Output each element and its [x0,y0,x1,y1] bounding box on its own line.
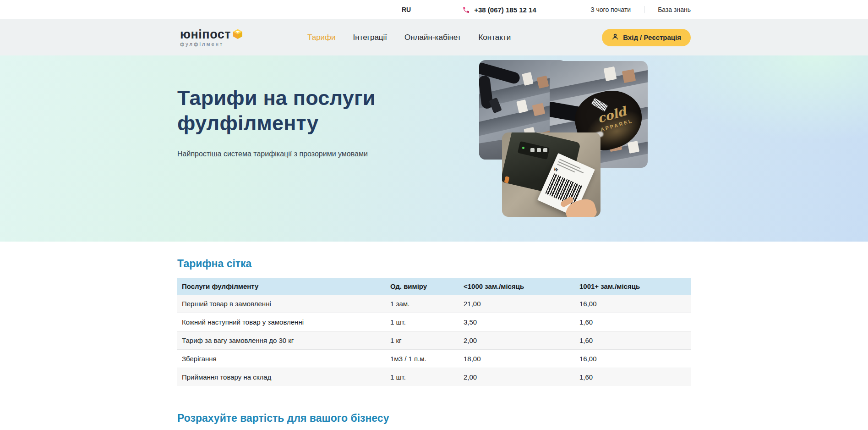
pricing-table: Послуги фулфілментуОд. виміру<1000 зам./… [177,278,691,386]
logo-text: юніпост [180,28,231,41]
table-cell: 21,00 [464,295,579,313]
table-cell: 16,00 [579,350,691,368]
topbar-divider [644,6,644,13]
topbar-link-knowledge-base[interactable]: База знань [658,6,691,13]
login-button[interactable]: Вхід / Реєстрація [602,29,691,46]
logo-tagline: фулфілмент [180,42,243,47]
phone-number: +38 (067) 185 12 14 [474,6,536,14]
table-column-header: <1000 зам./місяць [464,278,579,295]
table-cell: 3,50 [464,313,579,331]
nav-item-1[interactable]: Тарифи [307,33,336,42]
topbar: RU +38 (067) 185 12 14 З чого почати Баз… [0,0,868,19]
table-row: Перший товар в замовленні1 зам.21,0016,0… [177,295,691,313]
table-cell: Кожний наступний товар у замовленні [177,313,390,331]
table-cell: 1,60 [579,368,691,386]
table-cell: 16,00 [579,295,691,313]
nav-item-4[interactable]: Контакти [478,33,511,42]
table-header-row: Послуги фулфілментуОд. виміру<1000 зам./… [177,278,691,295]
table-cell: 18,00 [464,350,579,368]
photo-label-printer: W [502,132,601,217]
nav-item-3[interactable]: Онлайн-кабінет [404,33,461,42]
table-row: Кожний наступний товар у замовленні1 шт.… [177,313,691,331]
section-title-pricing: Тарифна сітка [177,242,691,270]
phone-link[interactable]: +38 (067) 185 12 14 [462,6,536,14]
table-cell: 1 шт. [390,313,464,331]
table-row: Приймання товару на склад1 шт.2,001,60 [177,368,691,386]
table-cell: 1,60 [579,331,691,350]
login-button-label: Вхід / Реєстрація [623,33,681,41]
table-column-header: Од. виміру [390,278,464,295]
table-cell: 1,60 [579,313,691,331]
hero-section: Тарифи на послуги фулфілменту Найпростіш… [0,55,868,242]
section-title-calculator: Розрахуйте вартість для вашого бізнесу [177,412,691,424]
nav-item-2[interactable]: Інтеграції [353,33,388,42]
page: RU +38 (067) 185 12 14 З чого почати Баз… [0,0,868,424]
content-section: Тарифна сітка Послуги фулфілментуОд. вим… [177,242,691,424]
table-cell: Тариф за вагу замовлення до 30 кг [177,331,390,350]
page-title: Тарифи на послуги фулфілменту [177,86,425,136]
table-cell: 2,00 [464,368,579,386]
logo[interactable]: юніпост фулфілмент [180,28,243,47]
table-cell: 1 зам. [390,295,464,313]
table-row: Тариф за вагу замовлення до 30 кг1 кг2,0… [177,331,691,350]
header: юніпост фулфілмент ТарифиІнтеграціїОнлай… [0,19,868,55]
table-row: Зберігання1м3 / 1 п.м.18,0016,00 [177,350,691,368]
table-column-header: 1001+ зам./місяць [579,278,691,295]
table-cell: Приймання товару на склад [177,368,390,386]
logo-cube-icon [232,28,243,41]
label-letter: W [553,167,559,173]
user-icon [611,33,619,42]
table-cell: 1 кг [390,331,464,350]
table-cell: Перший товар в замовленні [177,295,390,313]
table-column-header: Послуги фулфілменту [177,278,390,295]
main-nav: ТарифиІнтеграціїОнлайн-кабінетКонтакти [307,33,511,42]
topbar-link-getting-started[interactable]: З чого почати [590,6,631,13]
table-cell: 1м3 / 1 п.м. [390,350,464,368]
topbar-links: З чого почати База знань [590,6,691,13]
phone-icon [462,6,470,14]
language-switcher[interactable]: RU [402,6,411,13]
table-cell: 2,00 [464,331,579,350]
table-cell: Зберігання [177,350,390,368]
table-cell: 1 шт. [390,368,464,386]
